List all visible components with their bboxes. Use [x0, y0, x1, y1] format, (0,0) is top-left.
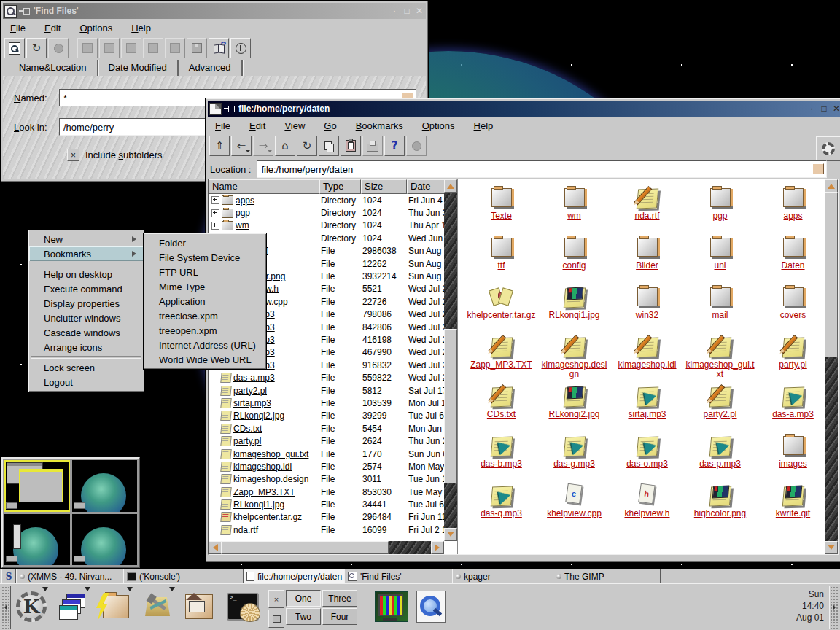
taskbar-button[interactable]: 'Find Files': [344, 569, 458, 584]
file-icon-item[interactable]: pgp: [684, 185, 756, 235]
submenu-item-ftp-url[interactable]: FTP URL: [144, 265, 265, 279]
file-icon-item[interactable]: khelpcenter.tar.gz: [465, 284, 537, 334]
file-icon-label[interactable]: kimageshop.idl: [618, 360, 676, 370]
file-icon-label[interactable]: kwrite.gif: [776, 509, 810, 518]
file-icon-item[interactable]: ckhelpview.cpp: [538, 483, 610, 532]
menu-item-arrange-icons[interactable]: Arrange icons: [29, 340, 144, 354]
scroll-up-button[interactable]: [825, 179, 838, 192]
file-icon-label[interactable]: party.pl: [779, 360, 806, 370]
find-files-titlebar[interactable]: 'Find Files' · □ ✕: [3, 3, 426, 19]
sticky-pin-icon[interactable]: [19, 7, 29, 15]
file-icon-label[interactable]: pgp: [712, 211, 727, 221]
file-icon-label[interactable]: party2.pl: [703, 410, 736, 419]
file-icon-item[interactable]: Zapp_MP3.TXT: [465, 334, 537, 384]
menu-item-execute-command[interactable]: Execute command: [29, 281, 144, 296]
scroll-right-button[interactable]: [431, 541, 444, 554]
file-icon-item[interactable]: kwrite.gif: [757, 483, 829, 532]
table-row[interactable]: kimageshop.idlFile2574Mon May 31 1: [209, 460, 444, 472]
file-icon-item[interactable]: RLkonqi1.jpg: [538, 284, 610, 334]
file-name-link[interactable]: khelpcenter.tar.gz: [233, 512, 302, 522]
window-list-button[interactable]: [55, 588, 92, 625]
file-icon-label[interactable]: ttf: [497, 261, 505, 271]
pager-desktop-two[interactable]: Two: [286, 608, 321, 625]
submenu-item-application[interactable]: Application: [144, 294, 265, 308]
table-row[interactable]: CDs.txtFile5454Mon Jun 28 2: [209, 422, 444, 435]
file-icon-label[interactable]: kimageshop.design: [540, 360, 610, 379]
table-row[interactable]: appsDirectory1024Fri Jun 4 17:2: [209, 194, 444, 206]
file-icon-label[interactable]: images: [779, 459, 807, 469]
file-name-link[interactable]: party.pl: [233, 436, 261, 446]
utilities-button[interactable]: [140, 588, 176, 625]
file-name-link[interactable]: wm: [236, 220, 249, 230]
expand-icon[interactable]: [211, 196, 219, 204]
column-header-name[interactable]: Name: [209, 179, 319, 194]
menu-file[interactable]: File: [10, 23, 26, 34]
pager-desktop-three[interactable]: Three: [322, 590, 357, 607]
help-book-icon[interactable]: ?: [209, 38, 229, 58]
tab-date-modified[interactable]: Date Modified: [98, 60, 179, 76]
menu-go[interactable]: Go: [324, 120, 336, 131]
file-icon-label[interactable]: config: [562, 261, 586, 271]
menu-edit[interactable]: Edit: [44, 23, 61, 34]
file-name-link[interactable]: party2.pl: [233, 386, 267, 396]
file-icon-label[interactable]: wm: [567, 211, 581, 221]
konsole-button[interactable]: [225, 588, 261, 625]
close-icon[interactable]: ✕: [414, 6, 424, 16]
submenu-item-treeopen-xpm[interactable]: treeopen.xpm: [144, 323, 265, 338]
tree-vertical-scrollbar[interactable]: [444, 179, 457, 541]
pager-lock-button[interactable]: [268, 610, 284, 628]
file-icon-label[interactable]: nda.rtf: [634, 211, 659, 221]
file-icon-item[interactable]: nda.rtf: [611, 185, 683, 235]
search-icon[interactable]: [4, 38, 25, 58]
paste-icon[interactable]: [341, 136, 361, 156]
tree-vscroll-thumb[interactable]: [444, 329, 457, 483]
table-row[interactable]: khelpcenter.tar.gzFile296484Fri Jun 11 2…: [209, 511, 444, 524]
file-icon-item[interactable]: Bilder: [611, 235, 683, 284]
location-input[interactable]: file:/home/perry/daten: [257, 160, 827, 178]
expand-icon[interactable]: [211, 222, 219, 230]
minimize-icon[interactable]: ·: [389, 6, 400, 16]
taskbar-button[interactable]: file:/home/perry/daten: [243, 569, 350, 584]
file-icon-item[interactable]: config: [538, 235, 610, 284]
table-row[interactable]: Zapp_MP3.TXTFile853030Tue May 25 0: [209, 486, 444, 498]
file-name-link[interactable]: das-a.mp3: [233, 373, 275, 383]
pager-close-button[interactable]: ×: [268, 590, 284, 608]
file-icon-label[interactable]: RLkonqi1.jpg: [548, 311, 599, 320]
file-name-link[interactable]: pgp: [236, 208, 250, 218]
menu-edit[interactable]: Edit: [249, 120, 265, 131]
close-icon[interactable]: ✕: [831, 104, 840, 114]
file-icon-item[interactable]: das-q.mp3: [465, 483, 537, 532]
file-name-link[interactable]: sirtaj.mp3: [233, 398, 271, 408]
file-icon-item[interactable]: kimageshop_gui.txt: [684, 334, 756, 384]
panel-clock[interactable]: Sun 14:40 Aug 01: [796, 588, 824, 623]
file-icon-label[interactable]: das-g.mp3: [553, 459, 595, 469]
reload-icon[interactable]: ↻: [26, 38, 47, 58]
menu-item-display-properties[interactable]: Display properties: [29, 296, 144, 311]
copy-icon[interactable]: [319, 136, 339, 156]
file-icon-item[interactable]: das-o.mp3: [611, 433, 683, 483]
file-icon-label[interactable]: mail: [712, 311, 728, 320]
file-icon-item[interactable]: Texte: [465, 185, 537, 235]
minimize-icon[interactable]: ·: [806, 104, 817, 114]
iconview-vscroll-thumb[interactable]: [825, 192, 838, 357]
kde-gear-throbber[interactable]: [816, 136, 840, 161]
file-icon-item[interactable]: kimageshop.design: [538, 334, 610, 384]
file-icon-item[interactable]: hkhelpview.h: [611, 483, 683, 532]
menu-item-logout[interactable]: Logout: [29, 375, 144, 389]
file-name-link[interactable]: nda.rtf: [233, 525, 258, 535]
file-icon-item[interactable]: das-b.mp3: [465, 433, 537, 483]
table-row[interactable]: pgpDirectory1024Thu Jun 3 19: [209, 206, 444, 219]
up-icon[interactable]: ⇑: [209, 136, 230, 156]
maximize-icon[interactable]: □: [402, 6, 412, 16]
file-name-link[interactable]: kimageshop_gui.txt: [233, 449, 308, 459]
menu-item-new[interactable]: New: [29, 232, 144, 246]
menu-item-help-on-desktop[interactable]: Help on desktop: [29, 267, 144, 281]
menu-help[interactable]: Help: [131, 23, 151, 34]
table-row[interactable]: party2.plFile5812Sat Jul 17 20:: [209, 384, 444, 397]
file-icon-item[interactable]: Daten: [757, 235, 829, 284]
menu-options[interactable]: Options: [422, 120, 455, 131]
location-end-button[interactable]: [812, 163, 824, 174]
reload-icon[interactable]: ↻: [297, 136, 317, 156]
help-icon[interactable]: ?: [384, 136, 405, 156]
system-monitor-button[interactable]: [373, 588, 410, 625]
